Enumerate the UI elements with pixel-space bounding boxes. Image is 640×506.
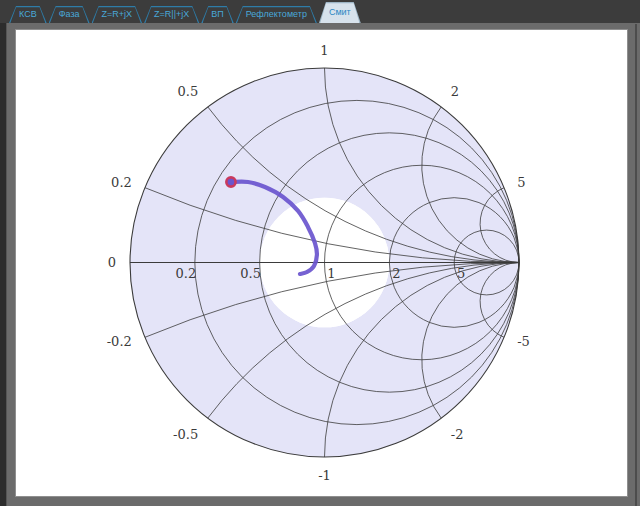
reactance-label: 5 xyxy=(517,175,525,190)
tab-ksv[interactable]: КСВ xyxy=(9,6,47,23)
reactance-label: 0.2 xyxy=(111,175,132,190)
tab-z-series[interactable]: Z=R+jX xyxy=(92,6,143,23)
resistance-label: 0.5 xyxy=(240,266,261,281)
reactance-label: 0 xyxy=(108,255,116,270)
tab-label: Фаза xyxy=(49,6,90,22)
resistance-label: 0.2 xyxy=(175,266,196,281)
tab-faza[interactable]: Фаза xyxy=(49,6,90,23)
tab-reflectometer[interactable]: Рефлектометр xyxy=(236,6,317,23)
resistance-label: 1 xyxy=(327,266,335,281)
trace-start-marker xyxy=(226,177,235,186)
reactance-label: -2 xyxy=(451,427,464,442)
tab-label: Z=R||+jX xyxy=(144,6,199,22)
tab-label: Смит xyxy=(319,2,361,22)
reactance-label: 2 xyxy=(451,84,459,99)
reactance-label: -0.2 xyxy=(107,334,132,349)
tab-vp[interactable]: ВП xyxy=(201,6,233,23)
reactance-label: -1 xyxy=(318,468,331,483)
reactance-label: 1 xyxy=(320,43,328,58)
tab-label: КСВ xyxy=(9,6,47,22)
reactance-label: 0.5 xyxy=(178,84,199,99)
tab-label: Рефлектометр xyxy=(236,6,317,22)
reactance-label: -0.5 xyxy=(173,427,198,442)
tab-label: ВП xyxy=(201,6,233,22)
reactance-label: -5 xyxy=(517,334,530,349)
resistance-label: 2 xyxy=(392,266,400,281)
tab-z-parallel[interactable]: Z=R||+jX xyxy=(144,6,199,23)
tab-label: Z=R+jX xyxy=(92,6,143,22)
tab-bar: КСВФазаZ=R+jXZ=R||+jXВПРефлектометрСмит xyxy=(0,0,640,23)
smith-chart: 10.50.20-0.2-0.5-1-2-5520.20.5125 xyxy=(0,0,640,506)
resistance-label: 5 xyxy=(457,266,465,281)
tab-smith[interactable]: Смит xyxy=(319,2,361,23)
